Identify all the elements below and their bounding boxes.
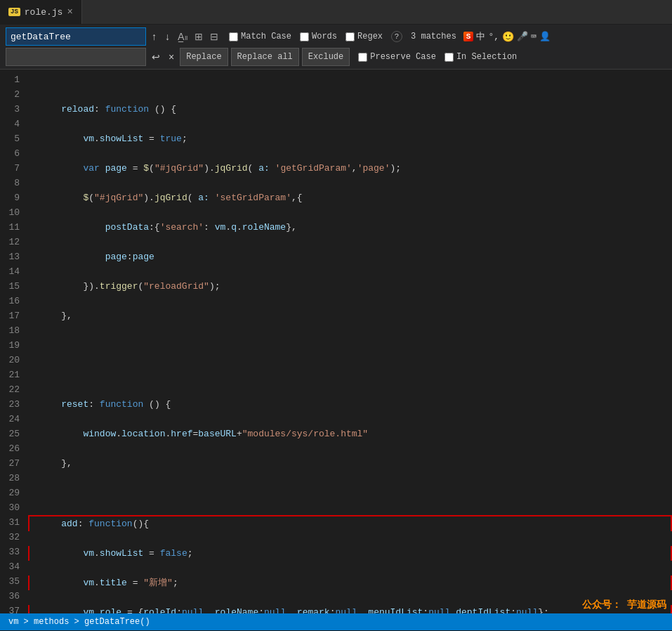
preserve-case-checkbox[interactable] xyxy=(358,53,367,62)
code-editor: 1 2 3 4 5 6 7 8 9 10 11 12 13 14 15 16 1… xyxy=(0,70,672,613)
regex-option[interactable]: Regex xyxy=(345,32,383,41)
keyboard-icon: ⌨ xyxy=(531,31,536,42)
user-icon: 👤 xyxy=(539,31,551,42)
watermark: 公众号： 芋道源码 xyxy=(582,599,666,611)
regex-help-button[interactable]: ? xyxy=(391,31,402,42)
replace-row: ↩ × Replace Replace all Exclude Preserve… xyxy=(6,48,666,66)
find-row: ↑ ↓ A̲ₗₗ ⊞ ⊟ Match Case Words Regex ? 3 … xyxy=(6,27,666,46)
chinese-input-icon: 中 xyxy=(476,30,485,43)
find-options: Match Case Words Regex ? xyxy=(229,31,402,42)
replace-options: Preserve Case In Selection xyxy=(358,52,517,62)
exclude-button[interactable]: Exclude xyxy=(302,48,350,66)
find-all-button[interactable]: A̲ₗₗ xyxy=(176,27,190,46)
replace-all-button[interactable]: Replace all xyxy=(231,48,299,66)
close-replace-button[interactable]: × xyxy=(166,48,177,66)
replace-input[interactable] xyxy=(6,48,146,66)
filter-button[interactable]: ⊟ xyxy=(208,27,220,46)
match-case-checkbox[interactable] xyxy=(229,32,238,41)
js-icon: JS xyxy=(8,8,20,16)
code-lines[interactable]: reload: function () { vm.showList = true… xyxy=(28,70,672,613)
preserve-case-option[interactable]: Preserve Case xyxy=(358,52,436,62)
in-selection-checkbox[interactable] xyxy=(444,53,454,62)
watermark-brand: 芋道源码 xyxy=(627,599,666,611)
prev-match-button[interactable]: ↑ xyxy=(149,27,159,46)
replace-button[interactable]: Replace xyxy=(180,48,228,66)
line-numbers: 1 2 3 4 5 6 7 8 9 10 11 12 13 14 15 16 1… xyxy=(0,70,28,613)
sogou-icon: S xyxy=(463,32,474,41)
regex-checkbox[interactable] xyxy=(345,32,355,41)
next-match-button[interactable]: ↓ xyxy=(162,27,173,46)
tab-role-js[interactable]: JS role.js × xyxy=(0,0,82,24)
match-count: 3 matches xyxy=(411,32,456,41)
undo-replace-button[interactable]: ↩ xyxy=(149,48,163,66)
search-input[interactable] xyxy=(6,27,146,46)
in-selection-option[interactable]: In Selection xyxy=(444,52,517,62)
punctuation-icon: °, xyxy=(488,32,499,42)
tab-close-button[interactable]: × xyxy=(67,6,72,18)
mic-icon: 🎤 xyxy=(517,31,528,42)
match-case-option[interactable]: Match Case xyxy=(229,32,291,41)
tab-bar: JS role.js × xyxy=(0,0,672,25)
tab-filename: role.js xyxy=(25,7,63,18)
status-bar: vm > methods > getDataTree() xyxy=(0,613,672,630)
words-option[interactable]: Words xyxy=(300,32,337,41)
emoji-icon: 🙂 xyxy=(502,31,514,43)
breadcrumb: vm > methods > getDataTree() xyxy=(8,617,150,627)
find-replace-bar: ↑ ↓ A̲ₗₗ ⊞ ⊟ Match Case Words Regex ? 3 … xyxy=(0,25,672,70)
words-checkbox[interactable] xyxy=(300,32,309,41)
toggle-search-button[interactable]: ⊞ xyxy=(192,27,205,46)
watermark-prefix: 公众号： xyxy=(582,599,621,611)
sogou-toolbar: S 中 °, 🙂 🎤 ⌨ 👤 xyxy=(463,30,551,43)
